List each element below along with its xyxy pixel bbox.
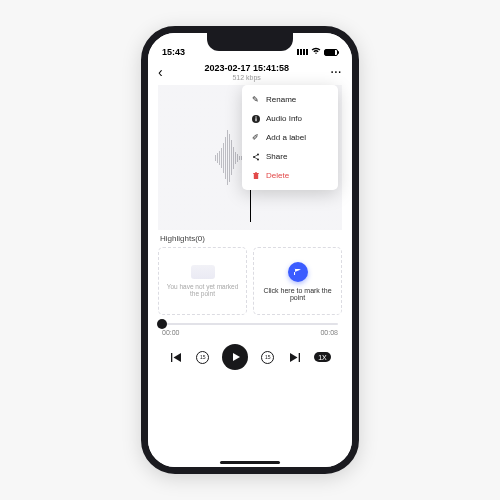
playback-controls: 15 15 1X: [148, 336, 352, 374]
screen: 15:43 ‹ 2023-02-17 15:41:58 512 kbps ···: [148, 33, 352, 467]
svg-rect-9: [171, 353, 172, 362]
nav-bar: ‹ 2023-02-17 15:41:58 512 kbps ···: [148, 59, 352, 81]
empty-hint-text: You have not yet marked the point: [163, 283, 242, 297]
home-indicator[interactable]: [220, 461, 280, 464]
svg-rect-6: [253, 174, 257, 179]
phone-frame: 15:43 ‹ 2023-02-17 15:41:58 512 kbps ···: [141, 26, 359, 474]
menu-add-label-label: Add a label: [266, 133, 306, 142]
time-current: 00:00: [162, 329, 180, 336]
menu-rename-label: Rename: [266, 95, 296, 104]
page-title: 2023-02-17 15:41:58: [204, 63, 289, 73]
trash-icon: [251, 171, 260, 180]
play-button[interactable]: [222, 344, 248, 370]
mark-point-card[interactable]: Click here to mark the point: [253, 247, 342, 315]
svg-rect-8: [255, 172, 257, 173]
progress-knob[interactable]: [157, 319, 167, 329]
cellular-icon: [297, 49, 308, 55]
svg-point-2: [255, 116, 256, 117]
info-icon: [251, 114, 260, 123]
menu-share[interactable]: Share: [242, 147, 338, 166]
empty-highlights-card: You have not yet marked the point: [158, 247, 247, 315]
prev-track-button[interactable]: [169, 350, 183, 364]
battery-icon: [324, 49, 338, 56]
status-time: 15:43: [162, 47, 185, 57]
menu-delete[interactable]: Delete: [242, 166, 338, 185]
next-track-button[interactable]: [287, 350, 301, 364]
more-button[interactable]: ···: [331, 67, 342, 78]
skip-forward-button[interactable]: 15: [261, 351, 274, 364]
menu-add-label[interactable]: ✐ Add a label: [242, 128, 338, 147]
menu-rename[interactable]: ✎ Rename: [242, 90, 338, 109]
progress-track[interactable]: [162, 323, 338, 325]
menu-share-label: Share: [266, 152, 287, 161]
skip-back-button[interactable]: 15: [196, 351, 209, 364]
mark-hint-text: Click here to mark the point: [258, 287, 337, 301]
menu-audio-info-label: Audio Info: [266, 114, 302, 123]
flag-icon: [288, 262, 308, 282]
edit-icon: ✎: [251, 95, 260, 104]
menu-delete-label: Delete: [266, 171, 289, 180]
back-button[interactable]: ‹: [158, 64, 163, 80]
menu-audio-info[interactable]: Audio Info: [242, 109, 338, 128]
progress-section: 00:00 00:08: [148, 315, 352, 336]
placeholder-illustration-icon: [191, 265, 215, 279]
svg-rect-10: [298, 353, 299, 362]
share-icon: [251, 152, 260, 161]
time-total: 00:08: [320, 329, 338, 336]
speed-button[interactable]: 1X: [314, 352, 331, 362]
page-subtitle: 512 kbps: [204, 74, 289, 81]
pencil-icon: ✐: [251, 133, 260, 142]
svg-rect-1: [255, 118, 256, 121]
context-menu: ✎ Rename Audio Info ✐ Add a label Share: [242, 85, 338, 190]
highlights-header: Highlights(0): [148, 230, 352, 243]
wifi-icon: [311, 47, 321, 57]
cards-row: You have not yet marked the point Click …: [148, 243, 352, 315]
status-bar: 15:43: [148, 33, 352, 59]
